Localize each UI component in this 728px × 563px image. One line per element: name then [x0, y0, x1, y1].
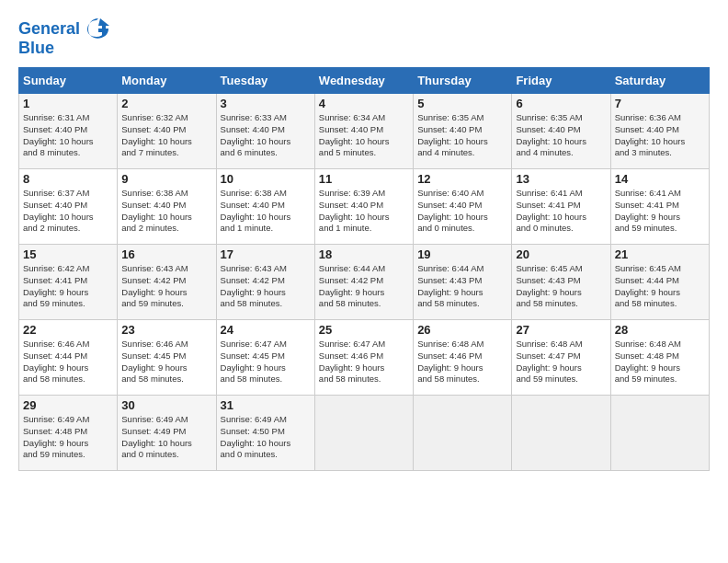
- day-info: Sunrise: 6:48 AM Sunset: 4:48 PM Dayligh…: [615, 339, 705, 385]
- calendar-week-row: 22Sunrise: 6:46 AM Sunset: 4:44 PM Dayli…: [19, 320, 710, 396]
- day-number: 31: [221, 398, 311, 412]
- day-info: Sunrise: 6:48 AM Sunset: 4:46 PM Dayligh…: [417, 339, 507, 385]
- calendar-cell: 10Sunrise: 6:38 AM Sunset: 4:40 PM Dayli…: [216, 169, 314, 245]
- day-info: Sunrise: 6:41 AM Sunset: 4:41 PM Dayligh…: [516, 188, 606, 235]
- calendar-cell: 20Sunrise: 6:45 AM Sunset: 4:43 PM Dayli…: [512, 245, 610, 320]
- calendar-cell: 4Sunrise: 6:34 AM Sunset: 4:40 PM Daylig…: [314, 94, 413, 169]
- calendar-cell: 13Sunrise: 6:41 AM Sunset: 4:41 PM Dayli…: [512, 169, 610, 245]
- day-number: 26: [417, 323, 507, 337]
- logo: General Blue: [18, 17, 109, 58]
- calendar-body: 1Sunrise: 6:31 AM Sunset: 4:40 PM Daylig…: [19, 94, 710, 471]
- calendar-cell: 24Sunrise: 6:47 AM Sunset: 4:45 PM Dayli…: [216, 320, 314, 396]
- calendar-week-row: 29Sunrise: 6:49 AM Sunset: 4:48 PM Dayli…: [19, 396, 710, 471]
- day-info: Sunrise: 6:45 AM Sunset: 4:43 PM Dayligh…: [516, 263, 606, 310]
- day-number: 17: [221, 247, 311, 261]
- calendar-cell: 2Sunrise: 6:32 AM Sunset: 4:40 PM Daylig…: [118, 94, 216, 169]
- day-number: 25: [319, 323, 409, 337]
- day-number: 22: [23, 323, 113, 337]
- day-info: Sunrise: 6:44 AM Sunset: 4:43 PM Dayligh…: [417, 263, 507, 310]
- day-info: Sunrise: 6:35 AM Sunset: 4:40 PM Dayligh…: [516, 112, 606, 159]
- day-number: 13: [516, 172, 606, 186]
- day-info: Sunrise: 6:32 AM Sunset: 4:40 PM Dayligh…: [121, 112, 211, 159]
- calendar-cell: 8Sunrise: 6:37 AM Sunset: 4:40 PM Daylig…: [19, 169, 118, 245]
- day-number: 21: [615, 247, 705, 261]
- calendar-header: SundayMondayTuesdayWednesdayThursdayFrid…: [19, 68, 710, 94]
- weekday-header: Friday: [512, 68, 610, 94]
- calendar-cell: 11Sunrise: 6:39 AM Sunset: 4:40 PM Dayli…: [314, 169, 413, 245]
- calendar-cell: 1Sunrise: 6:31 AM Sunset: 4:40 PM Daylig…: [19, 94, 118, 169]
- day-info: Sunrise: 6:49 AM Sunset: 4:49 PM Dayligh…: [121, 414, 211, 461]
- day-number: 24: [221, 323, 311, 337]
- calendar-cell: 21Sunrise: 6:45 AM Sunset: 4:44 PM Dayli…: [610, 245, 709, 320]
- day-info: Sunrise: 6:39 AM Sunset: 4:40 PM Dayligh…: [319, 188, 409, 235]
- calendar-cell: [610, 396, 709, 471]
- day-info: Sunrise: 6:37 AM Sunset: 4:40 PM Dayligh…: [23, 188, 113, 235]
- day-info: Sunrise: 6:40 AM Sunset: 4:40 PM Dayligh…: [417, 188, 507, 235]
- day-number: 10: [221, 172, 311, 186]
- day-number: 7: [615, 97, 705, 110]
- day-info: Sunrise: 6:46 AM Sunset: 4:44 PM Dayligh…: [23, 339, 113, 385]
- day-number: 28: [615, 323, 705, 337]
- day-number: 15: [23, 247, 113, 261]
- day-number: 11: [319, 172, 409, 186]
- day-info: Sunrise: 6:38 AM Sunset: 4:40 PM Dayligh…: [121, 188, 211, 235]
- day-info: Sunrise: 6:44 AM Sunset: 4:42 PM Dayligh…: [319, 263, 409, 310]
- calendar-week-row: 1Sunrise: 6:31 AM Sunset: 4:40 PM Daylig…: [19, 94, 710, 169]
- day-number: 8: [23, 172, 113, 186]
- day-number: 3: [221, 97, 311, 110]
- day-number: 2: [121, 97, 211, 110]
- weekday-header: Wednesday: [314, 68, 413, 94]
- calendar-table: SundayMondayTuesdayWednesdayThursdayFrid…: [18, 67, 710, 471]
- calendar-cell: 26Sunrise: 6:48 AM Sunset: 4:46 PM Dayli…: [414, 320, 512, 396]
- calendar-cell: 5Sunrise: 6:35 AM Sunset: 4:40 PM Daylig…: [414, 94, 512, 169]
- day-number: 16: [121, 247, 211, 261]
- weekday-header: Sunday: [19, 68, 118, 94]
- calendar-cell: 29Sunrise: 6:49 AM Sunset: 4:48 PM Dayli…: [19, 396, 118, 471]
- calendar-cell: 23Sunrise: 6:46 AM Sunset: 4:45 PM Dayli…: [118, 320, 216, 396]
- weekday-header: Tuesday: [216, 68, 314, 94]
- day-info: Sunrise: 6:46 AM Sunset: 4:45 PM Dayligh…: [121, 339, 211, 385]
- day-number: 30: [121, 398, 211, 412]
- day-info: Sunrise: 6:36 AM Sunset: 4:40 PM Dayligh…: [615, 112, 705, 159]
- calendar-cell: 18Sunrise: 6:44 AM Sunset: 4:42 PM Dayli…: [314, 245, 413, 320]
- logo-text: General: [18, 20, 80, 39]
- calendar-cell: [512, 396, 610, 471]
- day-number: 23: [121, 323, 211, 337]
- day-info: Sunrise: 6:31 AM Sunset: 4:40 PM Dayligh…: [23, 112, 113, 159]
- day-info: Sunrise: 6:43 AM Sunset: 4:42 PM Dayligh…: [221, 263, 311, 310]
- day-info: Sunrise: 6:33 AM Sunset: 4:40 PM Dayligh…: [221, 112, 311, 159]
- day-number: 4: [319, 97, 409, 110]
- day-number: 5: [417, 97, 507, 110]
- day-number: 29: [23, 398, 113, 412]
- calendar-cell: 28Sunrise: 6:48 AM Sunset: 4:48 PM Dayli…: [610, 320, 709, 396]
- day-info: Sunrise: 6:41 AM Sunset: 4:41 PM Dayligh…: [615, 188, 705, 235]
- calendar-cell: 31Sunrise: 6:49 AM Sunset: 4:50 PM Dayli…: [216, 396, 314, 471]
- calendar-week-row: 15Sunrise: 6:42 AM Sunset: 4:41 PM Dayli…: [19, 245, 710, 320]
- day-number: 14: [615, 172, 705, 186]
- calendar-cell: 14Sunrise: 6:41 AM Sunset: 4:41 PM Dayli…: [610, 169, 709, 245]
- weekday-row: SundayMondayTuesdayWednesdayThursdayFrid…: [19, 68, 710, 94]
- calendar-cell: 6Sunrise: 6:35 AM Sunset: 4:40 PM Daylig…: [512, 94, 610, 169]
- day-number: 9: [121, 172, 211, 186]
- day-info: Sunrise: 6:45 AM Sunset: 4:44 PM Dayligh…: [615, 263, 705, 310]
- calendar-cell: 25Sunrise: 6:47 AM Sunset: 4:46 PM Dayli…: [314, 320, 413, 396]
- calendar-cell: 3Sunrise: 6:33 AM Sunset: 4:40 PM Daylig…: [216, 94, 314, 169]
- calendar-cell: 27Sunrise: 6:48 AM Sunset: 4:47 PM Dayli…: [512, 320, 610, 396]
- day-number: 6: [516, 97, 606, 110]
- day-number: 19: [417, 247, 507, 261]
- calendar-cell: 7Sunrise: 6:36 AM Sunset: 4:40 PM Daylig…: [610, 94, 709, 169]
- day-info: Sunrise: 6:43 AM Sunset: 4:42 PM Dayligh…: [121, 263, 211, 310]
- day-number: 1: [23, 97, 113, 110]
- day-info: Sunrise: 6:47 AM Sunset: 4:45 PM Dayligh…: [221, 339, 311, 385]
- day-number: 12: [417, 172, 507, 186]
- calendar-cell: 16Sunrise: 6:43 AM Sunset: 4:42 PM Dayli…: [118, 245, 216, 320]
- day-info: Sunrise: 6:34 AM Sunset: 4:40 PM Dayligh…: [319, 112, 409, 159]
- day-number: 18: [319, 247, 409, 261]
- calendar-cell: 19Sunrise: 6:44 AM Sunset: 4:43 PM Dayli…: [414, 245, 512, 320]
- calendar-cell: 30Sunrise: 6:49 AM Sunset: 4:49 PM Dayli…: [118, 396, 216, 471]
- header: General Blue: [18, 17, 710, 58]
- calendar-week-row: 8Sunrise: 6:37 AM Sunset: 4:40 PM Daylig…: [19, 169, 710, 245]
- day-number: 27: [516, 323, 606, 337]
- calendar-cell: 17Sunrise: 6:43 AM Sunset: 4:42 PM Dayli…: [216, 245, 314, 320]
- day-info: Sunrise: 6:49 AM Sunset: 4:48 PM Dayligh…: [23, 414, 113, 461]
